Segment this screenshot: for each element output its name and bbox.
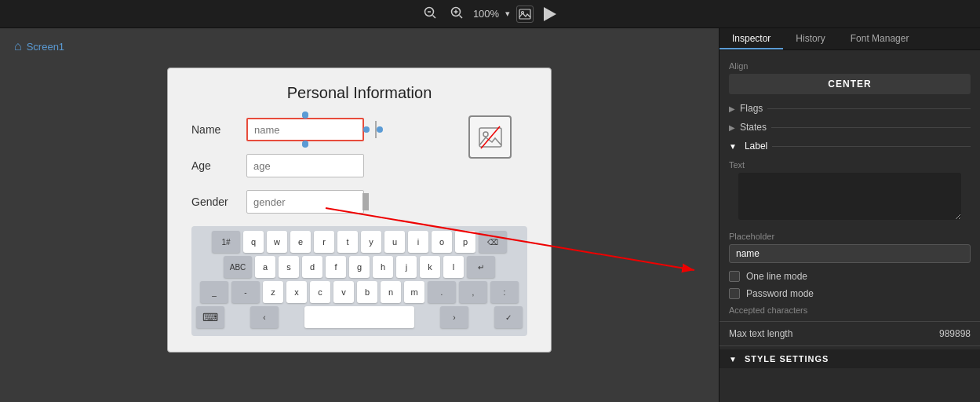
play-button[interactable] — [540, 4, 560, 24]
resize-handle-bottom — [302, 141, 308, 147]
align-label: Align — [729, 61, 971, 71]
text-section: Text — [720, 155, 980, 227]
key-t[interactable]: t — [337, 231, 358, 253]
key-b[interactable]: b — [357, 281, 377, 303]
key-underscore[interactable]: _ — [200, 281, 228, 303]
key-e[interactable]: e — [290, 231, 311, 253]
gender-input[interactable] — [246, 190, 364, 214]
key-r[interactable]: r — [314, 231, 334, 253]
max-text-length-label: Max text length — [729, 328, 792, 339]
style-settings-label: STYLE SETTINGS — [745, 354, 829, 364]
password-mode-checkbox[interactable] — [729, 288, 740, 299]
key-k[interactable]: k — [420, 256, 440, 278]
keyboard-row-bottom: ⌨ ‹ › ✓ — [196, 306, 523, 328]
one-line-mode-row: One line mode — [720, 268, 980, 285]
key-left[interactable]: ‹ — [250, 306, 279, 328]
home-icon: ⌂ — [14, 39, 22, 53]
key-o[interactable]: o — [432, 231, 452, 253]
password-mode-row: Password mode — [720, 285, 980, 302]
states-label: States — [740, 122, 767, 133]
name-label: Name — [191, 123, 246, 136]
key-p[interactable]: p — [455, 231, 475, 253]
zoom-level: 100% — [473, 8, 499, 20]
svg-line-6 — [459, 15, 462, 18]
name-input[interactable] — [246, 118, 364, 141]
key-l[interactable]: l — [443, 256, 464, 278]
resize-handle-right — [363, 126, 370, 133]
key-d[interactable]: d — [302, 256, 322, 278]
zoom-in-button[interactable] — [446, 4, 467, 24]
screen-name: Screen1 — [27, 41, 64, 53]
form-row-name: Name — [191, 118, 527, 141]
key-x[interactable]: x — [286, 281, 307, 303]
key-keyboard[interactable]: ⌨ — [196, 306, 224, 328]
keyboard-row-3: _ - z x c v b n m . , : — [196, 281, 523, 303]
flags-row[interactable]: ▶ Flags — [720, 99, 980, 118]
tab-history[interactable]: History — [783, 28, 837, 49]
label-section-title: Label — [745, 141, 767, 152]
key-period[interactable]: . — [428, 281, 456, 303]
max-text-length-value: 989898 — [939, 328, 971, 339]
placeholder-input[interactable] — [729, 244, 971, 263]
key-u[interactable]: u — [384, 231, 405, 253]
key-a[interactable]: a — [255, 256, 275, 278]
key-g[interactable]: g — [349, 256, 370, 278]
key-c[interactable]: c — [310, 281, 330, 303]
max-text-length-row: Max text length 989898 — [720, 325, 980, 342]
key-abc[interactable]: ABC — [224, 256, 252, 278]
key-m[interactable]: m — [404, 281, 424, 303]
key-v[interactable]: v — [333, 281, 354, 303]
states-row[interactable]: ▶ States — [720, 118, 980, 137]
states-line — [771, 127, 971, 128]
gender-label: Gender — [191, 196, 246, 208]
key-delete[interactable]: ⌫ — [479, 231, 507, 253]
key-comma[interactable]: , — [459, 281, 487, 303]
zoom-out-button[interactable] — [420, 4, 440, 24]
one-line-mode-checkbox[interactable] — [729, 271, 740, 282]
key-h[interactable]: h — [373, 256, 393, 278]
key-y[interactable]: y — [361, 231, 381, 253]
key-space[interactable] — [304, 306, 414, 328]
key-j[interactable]: j — [396, 256, 417, 278]
tab-font-manager[interactable]: Font Manager — [838, 28, 922, 49]
screen-label: ⌂ Screen1 — [14, 39, 64, 53]
key-z[interactable]: z — [263, 281, 283, 303]
key-i[interactable]: i — [408, 231, 428, 253]
key-check[interactable]: ✓ — [494, 306, 523, 328]
key-q[interactable]: q — [243, 231, 264, 253]
label-section-arrow-icon: ▼ — [729, 142, 737, 151]
divider-1 — [720, 321, 980, 322]
svg-line-2 — [432, 15, 435, 18]
age-label: Age — [191, 159, 246, 172]
text-textarea[interactable] — [738, 173, 961, 220]
panel-content: Align CENTER ▶ Flags ▶ States ▼ Label — [720, 50, 980, 402]
align-value[interactable]: CENTER — [729, 74, 971, 94]
states-arrow-icon: ▶ — [729, 123, 735, 132]
flags-line — [767, 108, 971, 109]
key-n[interactable]: n — [381, 281, 401, 303]
style-settings-header[interactable]: ▼ STYLE SETTINGS — [720, 349, 980, 368]
placeholder-label: Placeholder — [729, 232, 971, 241]
key-w[interactable]: w — [267, 231, 287, 253]
resize-handle-top — [302, 112, 308, 119]
age-input[interactable] — [246, 154, 364, 177]
panel-tabs: Inspector History Font Manager — [720, 28, 980, 50]
key-s[interactable]: s — [279, 256, 299, 278]
key-colon[interactable]: : — [490, 281, 519, 303]
divider-2 — [720, 345, 980, 346]
key-num[interactable]: 1# — [212, 231, 240, 253]
key-dash[interactable]: - — [231, 281, 260, 303]
label-section-header[interactable]: ▼ Label — [720, 137, 980, 155]
form-title: Personal Information — [191, 84, 527, 102]
key-enter[interactable]: ↵ — [467, 256, 495, 278]
svg-point-10 — [483, 132, 488, 137]
text-label: Text — [729, 160, 971, 170]
image-icon[interactable] — [516, 5, 534, 23]
tab-inspector[interactable]: Inspector — [720, 28, 783, 49]
zoom-dropdown-icon[interactable]: ▾ — [505, 9, 510, 19]
one-line-mode-label: One line mode — [746, 271, 807, 282]
placeholder-section: Placeholder — [720, 227, 980, 268]
key-f[interactable]: f — [326, 256, 346, 278]
key-right[interactable]: › — [440, 306, 468, 328]
accepted-chars-label: Accepted characters — [720, 302, 980, 318]
